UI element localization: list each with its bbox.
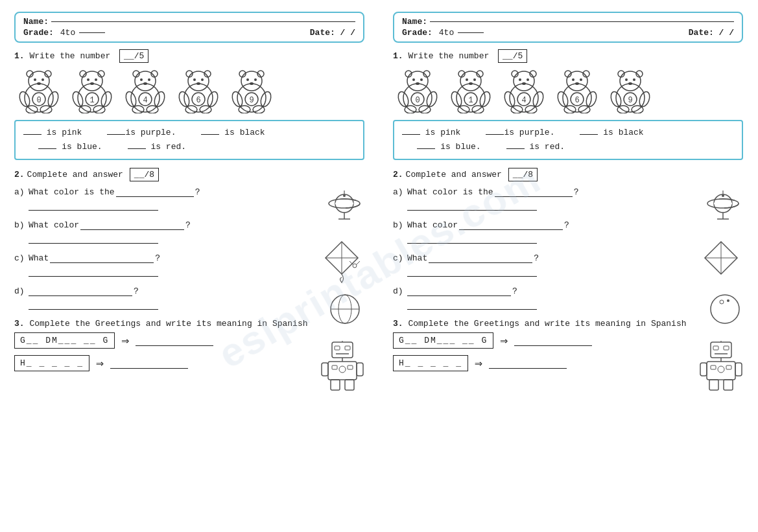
name-line-right: [430, 21, 734, 22]
q-d-punct-right: ?: [512, 286, 517, 296]
svg-point-48: [185, 106, 197, 113]
section3-number-right: 3.: [393, 319, 403, 329]
svg-point-159: [632, 106, 643, 113]
bear-r-1: 1: [446, 67, 495, 113]
svg-point-111: [460, 71, 481, 91]
blank-pink-r: [402, 134, 420, 135]
svg-rect-94: [345, 380, 354, 390]
svg-rect-181: [707, 362, 735, 380]
section1-title: Write the number: [29, 51, 110, 61]
svg-point-127: [519, 78, 521, 81]
bears-row-right: 0 1: [393, 67, 743, 113]
bear-svg-r4: 4: [503, 67, 545, 113]
section2-score-right: __/8: [508, 168, 538, 181]
section1-number: 1.: [14, 51, 25, 61]
q-a-punct-left: ?: [195, 187, 200, 197]
section2-title-left: Complete and answer: [27, 170, 123, 179]
robot-svg-left: [320, 341, 364, 391]
section1-score: __/5: [119, 49, 148, 63]
q-a-answer-right: [407, 200, 537, 211]
colors-box-left: is pink is purple. is black is blue. is …: [14, 120, 364, 160]
svg-point-146: [578, 106, 590, 113]
svg-point-132: [511, 106, 523, 113]
svg-rect-84: [345, 346, 350, 350]
q-b-text-left: What color: [29, 220, 79, 230]
worksheet-left: Name: Grade: 4to Date: / / 1. Write the …: [0, 0, 379, 532]
header-name-row: Name:: [23, 17, 355, 27]
q-a-answer-left: [29, 200, 158, 211]
svg-point-137: [567, 71, 587, 91]
name-label: Name:: [23, 17, 49, 27]
greeting-1-answer-right: [514, 336, 592, 346]
svg-point-114: [466, 78, 468, 81]
grade-line-right: [458, 32, 484, 33]
colors-line1-right: is pink is purple. is black: [402, 126, 734, 140]
svg-text:0: 0: [36, 96, 41, 105]
svg-point-101: [412, 78, 415, 81]
svg-point-1: [29, 71, 49, 91]
grade-row-right: Grade: 4to: [402, 28, 484, 38]
section3-text-left: Complete the Greetings and write its mea…: [29, 319, 307, 329]
q-b-answer-left: [29, 233, 158, 244]
q-c-answer-left: [29, 266, 158, 277]
svg-point-142: [575, 82, 579, 85]
greeting-2-right: H_ _ _ _ _ ⇒: [393, 355, 743, 371]
svg-rect-91: [322, 363, 328, 376]
svg-rect-184: [726, 365, 731, 369]
section1-number-right: 1.: [393, 51, 403, 61]
q-d-blank-left: [29, 286, 132, 296]
blank-pink: [23, 134, 41, 135]
q-d-blank-right: [407, 286, 511, 296]
svg-point-116: [469, 82, 473, 85]
svg-point-27: [135, 71, 156, 91]
q-b-punct-left: ?: [185, 220, 191, 230]
question-b-right: b) What color ?: [393, 220, 743, 244]
colors-line2-right: is blue. is red.: [402, 140, 734, 154]
grade-value-right: 4to: [439, 28, 454, 38]
q-c-punct-left: ?: [155, 253, 160, 263]
greeting-1-left: G__ DM___ __ G ⇒: [14, 332, 364, 349]
section2-score-left: __/8: [130, 168, 159, 181]
blank-purple: [107, 134, 125, 135]
q-d-punct-left: ?: [134, 286, 139, 296]
greeting-2-box-left: H_ _ _ _ _: [14, 355, 89, 371]
svg-text:4: 4: [521, 96, 526, 105]
bear-4: 4: [121, 67, 170, 113]
svg-rect-177: [713, 346, 718, 350]
svg-text:9: 9: [249, 96, 254, 105]
bear-0: 0: [14, 67, 64, 113]
q-c-answer-right: [407, 266, 537, 277]
svg-rect-185: [700, 363, 707, 376]
section3-right: 3. Complete the Greetings and write its …: [393, 319, 743, 371]
grade-row: Grade: 4to: [23, 28, 105, 38]
q-a-content-left: What color is the ?: [29, 187, 364, 211]
q-a-line1-left: What color is the ?: [29, 187, 364, 197]
svg-rect-87: [328, 362, 357, 380]
greeting-2-box-right: H_ _ _ _ _: [393, 355, 468, 371]
svg-point-53: [241, 71, 262, 91]
q-a-blank-right: [495, 187, 573, 197]
q-a-punct-right: ?: [574, 187, 579, 197]
q-d-content-left: ?: [29, 286, 364, 310]
svg-point-31: [148, 78, 150, 81]
q-b-answer-right: [407, 233, 537, 244]
name-label-right: Name:: [402, 17, 427, 27]
bear-svg-4: 4: [124, 67, 167, 113]
blank-red-r: [506, 148, 525, 149]
svg-point-57: [254, 78, 257, 81]
q-c-blank-right: [429, 253, 532, 263]
svg-point-32: [143, 82, 147, 85]
q-a-blank-left: [116, 187, 194, 197]
svg-point-56: [246, 78, 249, 81]
q-b-blank-left: [80, 220, 184, 230]
svg-point-155: [628, 82, 632, 85]
greeting-1-answer-left: [136, 336, 213, 346]
svg-point-6: [37, 82, 41, 85]
bear-svg-r0: 0: [396, 67, 439, 113]
q-b-line1-right: What color ?: [407, 220, 743, 230]
svg-text:1: 1: [468, 96, 473, 105]
q-a-label-left: a): [14, 187, 29, 197]
section2-title-right: Complete and answer: [406, 170, 502, 179]
q-b-label-right: b): [393, 220, 407, 230]
svg-point-18: [95, 78, 97, 81]
